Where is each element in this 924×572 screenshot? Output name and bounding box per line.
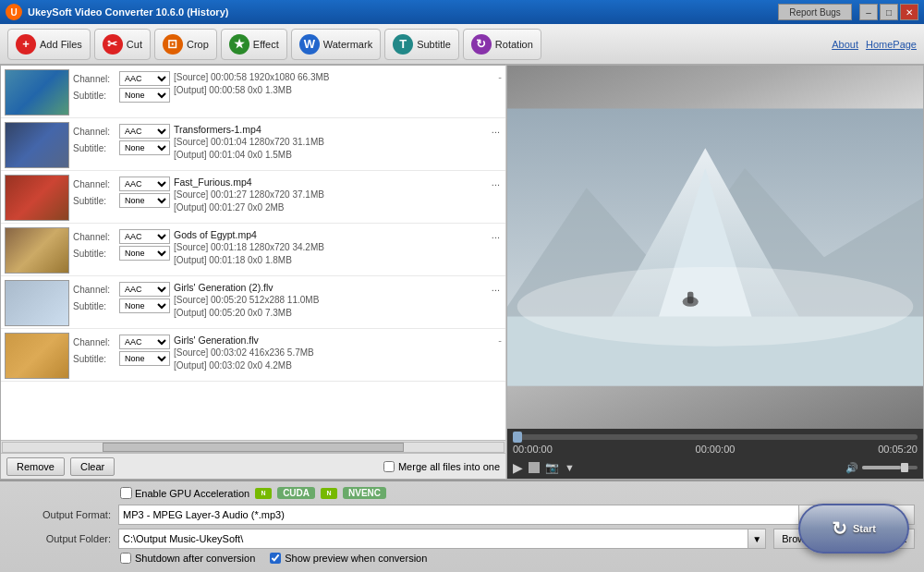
hscroll-thumb[interactable] (103, 443, 403, 452)
rotation-button[interactable]: ↻ Rotation (463, 29, 541, 60)
file-info: Gods of Egypt.mp4 [Source] 00:01:18 1280… (174, 227, 486, 267)
merge-checkbox[interactable] (383, 461, 395, 472)
folder-label: Output Folder: (9, 533, 111, 544)
subtitle-row: Subtitle: None (73, 193, 170, 208)
channel-select[interactable]: AAC (119, 282, 170, 297)
watermark-icon: W (299, 34, 320, 55)
format-select-container: MP3 - MPEG Layer-3 Audio (*.mp3) ▼ (118, 505, 817, 525)
subtitle-label: Subtitle: (73, 143, 117, 153)
horizontal-scrollbar[interactable] (1, 440, 505, 453)
time-row: 00:00:00 00:00:00 00:05:20 (513, 442, 918, 458)
hscroll-track[interactable] (2, 442, 505, 453)
file-output: [Output] 00:03:02 0x0 4.2MB (174, 359, 494, 372)
progress-handle[interactable] (513, 432, 522, 443)
volume-bar[interactable] (862, 466, 918, 469)
about-button[interactable]: About (832, 39, 858, 50)
watermark-button[interactable]: W Watermark (291, 29, 381, 60)
gpu-label: Enable GPU Acceleration (135, 488, 249, 499)
channel-select[interactable]: AAC (119, 124, 170, 139)
folder-row: Output Folder: ▼ Browse... Open Output (9, 529, 915, 549)
snapshot-button[interactable]: 📷 (545, 461, 559, 474)
preview-controls: 00:00:00 00:00:00 00:05:20 ▶ 📷 ▼ 🔊 (507, 429, 923, 479)
channel-select[interactable]: AAC (119, 229, 170, 244)
remove-button[interactable]: Remove (6, 457, 65, 476)
subtitle-select[interactable]: None (119, 88, 170, 103)
file-thumbnail (5, 280, 69, 326)
preview-checkbox[interactable] (270, 553, 281, 564)
time-total: 00:05:20 (878, 444, 918, 455)
format-select[interactable]: MP3 - MPEG Layer-3 Audio (*.mp3) (118, 505, 817, 525)
file-info: Fast_Furious.mp4 [Source] 00:01:27 1280x… (174, 175, 486, 214)
file-menu-button[interactable]: ... (490, 122, 502, 137)
preview-label: Show preview when conversion (285, 553, 427, 564)
subtitle-select[interactable]: None (119, 298, 170, 313)
merge-label: Merge all files into one (398, 461, 500, 472)
file-menu-button[interactable]: ... (490, 175, 502, 189)
file-info: Transformers-1.mp4 [Source] 00:01:04 128… (174, 122, 486, 162)
file-item: Channel: AAC Subtitle: None Girls' Gener… (1, 276, 505, 329)
channel-row: Channel: AAC (73, 229, 170, 244)
channel-label: Channel: (73, 179, 117, 189)
folder-dropdown-arrow[interactable]: ▼ (748, 529, 766, 549)
subtitle-label: Subtitle: (73, 196, 117, 206)
watermark-label: Watermark (323, 39, 372, 50)
filename: Gods of Egypt.mp4 (174, 229, 486, 240)
nvidia-logo-2: N (321, 488, 337, 499)
cut-button[interactable]: ✂ Cut (94, 29, 151, 60)
effect-button[interactable]: ★ Effect (221, 29, 287, 60)
volume-icon: 🔊 (845, 462, 858, 474)
time-start: 00:00:00 (513, 444, 553, 455)
toolbar: + Add Files ✂ Cut ⊡ Crop ★ Effect W Wate… (0, 24, 924, 65)
clear-button[interactable]: Clear (70, 457, 115, 476)
file-info: Girls' Generation.flv [Source] 00:03:02 … (174, 333, 494, 372)
crop-icon: ⊡ (163, 34, 183, 55)
homepage-button[interactable]: HomePage (866, 39, 917, 50)
file-item: Channel: AAC Subtitle: None [Source] 00:… (1, 66, 505, 118)
volume-handle[interactable] (901, 463, 908, 472)
crop-label: Crop (187, 39, 209, 50)
effect-label: Effect (253, 39, 279, 50)
video-preview-image (507, 66, 923, 429)
subtitle-select[interactable]: None (119, 351, 170, 366)
file-info: Girls' Generation (2).flv [Source] 00:05… (174, 280, 486, 320)
report-bugs-button[interactable]: Report Bugs (778, 4, 852, 20)
preview-option: Show preview when conversion (270, 553, 427, 564)
maximize-button[interactable]: □ (880, 4, 898, 20)
file-item: Channel: AAC Subtitle: None Fast_Furious… (1, 171, 505, 224)
file-source: [Source] 00:00:58 1920x1080 66.3MB (174, 71, 494, 84)
file-source: [Source] 00:01:27 1280x720 37.1MB (174, 189, 486, 201)
subtitle-select[interactable]: None (119, 140, 170, 155)
bottom-section: Enable GPU Acceleration N CUDA N NVENC O… (0, 480, 924, 572)
subtitle-button[interactable]: T Subtitle (384, 29, 459, 60)
snapshot-dropdown[interactable]: ▼ (565, 462, 575, 473)
title-left: U UkeySoft Video Converter 10.6.0 (Histo… (6, 4, 228, 20)
subtitle-row: Subtitle: None (73, 246, 170, 261)
folder-input[interactable] (118, 529, 766, 549)
subtitle-label: Subtitle (417, 39, 451, 50)
subtitle-label: Subtitle: (73, 249, 117, 259)
folder-input-container: ▼ (118, 529, 766, 549)
minimize-button[interactable]: – (859, 4, 878, 20)
start-button[interactable]: ↻ Start (798, 504, 909, 554)
close-button[interactable]: ✕ (900, 4, 918, 20)
channel-select[interactable]: AAC (119, 71, 170, 86)
shutdown-checkbox[interactable] (120, 553, 131, 564)
crop-button[interactable]: ⊡ Crop (154, 29, 217, 60)
file-source: [Source] 00:01:04 1280x720 31.1MB (174, 136, 486, 149)
filename: Fast_Furious.mp4 (174, 176, 486, 188)
subtitle-select[interactable]: None (119, 193, 170, 208)
stop-button[interactable] (529, 462, 540, 473)
file-menu-button[interactable]: ... (490, 227, 502, 242)
channel-select[interactable]: AAC (119, 176, 170, 191)
file-list-scroll[interactable]: Channel: AAC Subtitle: None [Source] 00:… (1, 66, 505, 440)
file-controls: Channel: AAC Subtitle: None (73, 69, 170, 103)
gpu-checkbox[interactable] (120, 487, 132, 499)
channel-select[interactable]: AAC (119, 335, 170, 349)
file-menu-button[interactable]: ... (490, 280, 502, 295)
progress-bar[interactable] (513, 434, 918, 440)
add-files-button[interactable]: + Add Files (7, 29, 91, 60)
subtitle-select[interactable]: None (119, 246, 170, 261)
subtitle-icon: T (393, 34, 413, 55)
playback-row: ▶ 📷 ▼ 🔊 (513, 458, 918, 475)
play-button[interactable]: ▶ (513, 460, 523, 475)
